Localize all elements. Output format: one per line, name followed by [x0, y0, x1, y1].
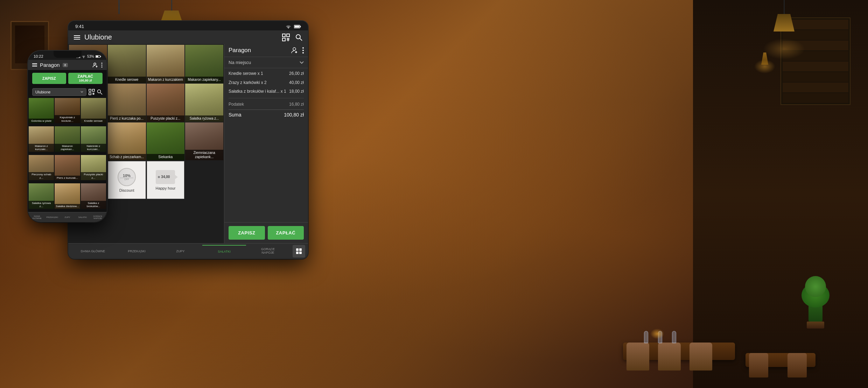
phone-notch — [54, 51, 82, 58]
tax-value: 16,80 zł — [289, 102, 304, 107]
paragon-add-person-icon[interactable] — [291, 47, 298, 54]
phone-pay-button[interactable]: ZAPŁAĆ 100,80 zł — [68, 73, 103, 84]
svg-rect-24 — [299, 252, 302, 254]
food-item-salatka-ryzowa-tablet[interactable]: Sałatka ryżowa z... — [185, 84, 223, 122]
paragon-item-name: Knedle serowe x 1 — [229, 71, 289, 77]
phone-filter-select[interactable]: Ulubione — [32, 88, 86, 96]
plant — [805, 294, 826, 336]
ceiling-lamp-right — [770, 0, 798, 56]
phone-nav-salatki[interactable]: SAŁATKI — [75, 214, 90, 220]
food-item-makaron-zapiekany-tablet[interactable]: Makaron zapiekany... — [185, 45, 223, 83]
svg-rect-35 — [89, 89, 91, 91]
phone-nav-zupy[interactable]: ZUPY — [60, 214, 75, 220]
nav-item-przekaski[interactable]: PRZEKĄSKI — [115, 245, 159, 257]
tablet-scan-icon[interactable] — [282, 34, 290, 41]
discount-tile[interactable]: 10% OFF Discount — [108, 161, 146, 199]
phone-save-button[interactable]: ZAPISZ — [32, 73, 66, 84]
food-item-siekanka-tablet[interactable]: Siekanka — [147, 122, 185, 161]
phone-nav-przekaski[interactable]: PRZEKĄSKI — [44, 214, 59, 220]
svg-point-25 — [83, 57, 84, 58]
svg-point-41 — [98, 90, 101, 93]
phone-food-salatka-r[interactable]: Sałatka ryżowa z... — [29, 183, 54, 209]
phone-food-schab[interactable]: Pieczony schab z... — [29, 155, 54, 180]
paragon-item-name: Sałatka z brokułów i kalaf... x 1 — [229, 89, 289, 94]
restaurant-seating — [588, 266, 833, 388]
tablet-menu-button[interactable] — [74, 35, 80, 40]
paragon-more-icon[interactable] — [302, 47, 304, 54]
svg-point-32 — [102, 63, 103, 64]
food-item-schab-pieczark-tablet[interactable]: Schab z pieczarkam... — [108, 122, 146, 161]
food-item-label: Knedle serowe — [108, 77, 146, 83]
paragon-item-zrazy: Zrazy z karkówki x 2 40,00 zł — [229, 80, 304, 86]
svg-rect-3 — [282, 34, 285, 37]
paragon-items-list: Knedle serowe x 1 26,00 zł Zrazy z karkó… — [224, 68, 308, 222]
nav-item-napoje[interactable]: GORĄCENAPOJE — [246, 244, 290, 259]
food-item-makaron-kurczak-tablet[interactable]: Makaron z kurczakiem — [147, 45, 185, 83]
phone-food-nalesniki[interactable]: Naleśniki z kurczaki... — [81, 126, 106, 151]
tablet-pay-button[interactable]: ZAPŁAĆ — [268, 226, 304, 240]
phone-search-icon[interactable] — [97, 89, 103, 95]
svg-rect-22 — [299, 248, 302, 251]
svg-point-15 — [293, 48, 296, 50]
tablet-save-button[interactable]: ZAPISZ — [229, 226, 265, 240]
phone-pay-amount: 100,80 zł — [71, 79, 100, 83]
tablet-wifi-icon — [286, 24, 291, 29]
phone-add-person-icon[interactable] — [93, 62, 98, 68]
food-item-label: Puszyste placki z... — [147, 115, 185, 122]
food-item-label: Ziemniaczana zapiekank... — [185, 150, 223, 160]
happy-hour-tile[interactable]: 34,00 Happy hour — [147, 161, 185, 199]
nav-item-salatki[interactable]: SAŁATKI — [202, 245, 246, 258]
svg-line-42 — [100, 93, 102, 94]
discount-label: Discount — [119, 188, 134, 192]
paragon-tax-row: Podatek 16,80 zł — [229, 100, 304, 108]
nav-grid-view-button[interactable] — [293, 245, 305, 258]
food-item-piers-tablet[interactable]: Pierś z kurczaka po... — [108, 84, 146, 122]
phone-scan-icon[interactable] — [89, 89, 95, 95]
phone-food-knedle[interactable]: Knedle serowe — [81, 98, 106, 123]
paragon-item-name: Zrazy z karkówki x 2 — [229, 80, 289, 86]
phone-bottom-nav: DANIAGŁÓWNE PRZEKĄSKI ZUPY SAŁATKI GORĄC… — [28, 212, 107, 222]
tablet-bottom-nav: DANIA GŁÓWNE PRZEKĄSKI ZUPY SAŁATKI GORĄ… — [68, 243, 308, 259]
food-item-ziemniaczana-tablet[interactable]: Ziemniaczana zapiekank... — [185, 122, 223, 161]
phone-food-golonka[interactable]: Golonka w piwie — [29, 98, 54, 123]
food-item-knedle-tablet[interactable]: Knedle serowe — [108, 45, 146, 83]
svg-rect-37 — [92, 89, 94, 91]
food-item-label: Siekanka — [147, 154, 185, 160]
nav-item-zupy[interactable]: ZUPY — [159, 245, 202, 257]
paragon-location[interactable]: Na miejscu — [224, 57, 308, 68]
phone-food-salatka-sl[interactable]: Sałatka śledziow... — [55, 183, 80, 209]
svg-point-9 — [296, 35, 300, 39]
phone-action-bar: ZAPISZ ZAPŁAĆ 100,80 zł — [28, 70, 107, 87]
svg-point-34 — [102, 66, 103, 68]
total-label: Suma — [229, 112, 241, 118]
svg-rect-4 — [282, 38, 285, 41]
svg-point-29 — [94, 63, 96, 65]
tablet-search-icon[interactable] — [295, 34, 302, 41]
phone-pay-label: ZAPŁAĆ — [71, 74, 100, 79]
phone-menu-button[interactable] — [32, 63, 37, 66]
tablet-header: Ulubione — [68, 30, 308, 44]
location-dropdown-icon — [300, 61, 304, 64]
phone-header: Paragon 8 — [28, 60, 107, 70]
paragon-item-knedle: Knedle serowe x 1 26,00 zł — [229, 71, 304, 77]
phone-food-placki[interactable]: Puszyste placki z... — [81, 155, 106, 180]
phone-battery-percent: 53% — [87, 55, 94, 58]
paragon-total-row: Suma 100,80 zł — [229, 110, 304, 120]
phone-food-makaron-k[interactable]: Makaron z kurczaki... — [29, 126, 54, 151]
food-item-label: Sałatka ryżowa z... — [185, 115, 223, 122]
paragon-item-salatka: Sałatka z brokułów i kalaf... x 1 18,00 … — [229, 89, 304, 94]
paragon-title: Paragon — [229, 47, 251, 54]
tablet-status-bar: 9:41 — [68, 21, 308, 30]
phone-food-salatka-b[interactable]: Sałatka z brokułów... — [81, 183, 106, 209]
svg-point-33 — [102, 64, 103, 65]
phone-food-kapusniak[interactable]: Kapuśniak z bockzie... — [55, 98, 80, 123]
phone-food-piers[interactable]: Piers z kurczak... — [55, 155, 80, 180]
paragon-item-price: 40,00 zł — [289, 80, 304, 85]
svg-point-19 — [302, 50, 304, 51]
svg-point-20 — [302, 52, 304, 54]
phone-food-makaron-z[interactable]: Makaron zapiekan... — [55, 126, 80, 151]
food-item-placki-tablet[interactable]: Puszyste placki z... — [147, 84, 185, 122]
phone-food-grid: Golonka w piwie Kapuśniak z bockzie... K… — [28, 97, 107, 212]
nav-item-dania[interactable]: DANIA GŁÓWNE — [71, 245, 115, 257]
phone-more-icon[interactable] — [101, 63, 103, 68]
